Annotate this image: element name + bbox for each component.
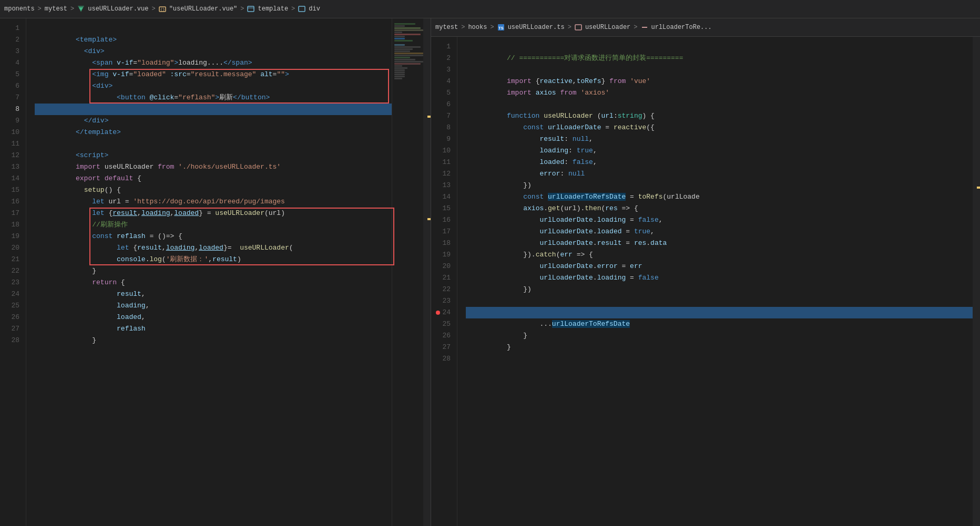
left-scrollbar[interactable] (423, 18, 431, 526)
code-line-10 (35, 127, 431, 138)
right-code-line-19: urlLoaderDate.error = err (466, 249, 980, 261)
code-line-19: let {result,loading,loaded}= useURLLoade… (35, 231, 431, 242)
svg-marker-1 (79, 7, 83, 11)
right-code-line-6: function useURLLoader (url:string) { (466, 99, 980, 110)
right-code-line-18: }).catch(err => { (466, 238, 980, 249)
right-code-line-2 (466, 53, 980, 64)
right-scrollbar[interactable] (973, 37, 980, 526)
code-line-9: </template> (35, 115, 431, 127)
left-code-area[interactable]: 1 2 3 4 5 6 7 8 9 10 11 12 13 14 15 16 1… (0, 18, 431, 526)
breadcrumb-bar-right: mytest > hooks > TS useURLLoader.ts > us… (431, 18, 980, 37)
left-code-content[interactable]: <template> <div> <span v-if="loading">lo… (26, 18, 431, 526)
right-code-line-10: loaded: false, (466, 145, 980, 157)
code-line-1: <template> (35, 23, 431, 34)
var-icon-right (641, 24, 648, 31)
code-line-28 (35, 335, 431, 346)
code-line-5: <div> (35, 69, 431, 80)
right-panel: mytest > hooks > TS useURLLoader.ts > us… (431, 18, 980, 526)
breadcrumb-hooks[interactable]: hooks (468, 24, 487, 31)
breadcrumb-div[interactable]: div (309, 5, 320, 13)
svg-rect-9 (575, 25, 581, 30)
right-code-line-13: const urlLoaderToRefsDate = toRefs(urlLo… (466, 180, 980, 191)
breadcrumb-use-urlloader[interactable]: useURLLoader (585, 24, 630, 31)
red-dot-line24 (436, 311, 440, 315)
left-line-numbers: 1 2 3 4 5 6 7 8 9 10 11 12 13 14 15 16 1… (0, 18, 26, 526)
right-code-line-26: } (466, 330, 980, 342)
svg-text:{}: {} (160, 7, 165, 12)
code-line-24: loading, (35, 288, 431, 300)
left-panel: 1 2 3 4 5 6 7 8 9 10 11 12 13 14 15 16 1… (0, 18, 431, 526)
sep4: > (240, 5, 244, 13)
sep-r3: > (568, 24, 571, 31)
right-code-content[interactable]: // ===========对请求函数进行简单的封装========= impo… (457, 37, 980, 526)
sep1: > (38, 5, 42, 13)
right-code-area[interactable]: 1 2 3 4 5 6 7 8 9 10 11 12 13 14 15 16 1… (431, 37, 980, 526)
sep5: > (291, 5, 295, 13)
right-code-line-23: return { (466, 295, 980, 307)
vue-icon (77, 5, 85, 13)
breadcrumb-bar-left: mponents > mytest > useURLLoader.vue > {… (0, 0, 980, 18)
sep-r4: > (634, 24, 637, 31)
svg-rect-4 (248, 6, 254, 12)
right-code-line-28 (466, 353, 980, 365)
code-line-27: } (35, 323, 431, 335)
code-line-15: let url = 'https://dog.ceo/api/breed/pug… (35, 184, 431, 196)
breadcrumb-template[interactable]: template (258, 5, 288, 13)
right-code-line-12: }) (466, 168, 980, 180)
code-line-23: result, (35, 277, 431, 288)
breadcrumb-mytest-left[interactable]: mytest (45, 5, 67, 13)
right-code-line-27 (466, 342, 980, 353)
code-line-8: </div> (35, 104, 431, 115)
breadcrumb-urlloader-refs[interactable]: urlLoaderToRe... (651, 24, 712, 31)
right-line-numbers: 1 2 3 4 5 6 7 8 9 10 11 12 13 14 15 16 1… (431, 37, 457, 526)
right-code-line-3: import {reactive,toRefs} from 'vue' (466, 64, 980, 76)
code-line-6: <button @click="reflash">刷新</button> (35, 80, 431, 92)
code-line-7: </div> (35, 92, 431, 104)
right-code-line-25: } (466, 318, 980, 330)
sep-r2: > (490, 24, 494, 31)
right-code-line-21: }) (466, 272, 980, 284)
code-line-17: //刷新操作 (35, 208, 431, 219)
right-code-line-7: const urlLoaderDate = reactive({ (466, 110, 980, 122)
svg-text:TS: TS (498, 26, 504, 30)
code-line-2: <div> (35, 34, 431, 46)
code-line-14: setup() { (35, 173, 431, 184)
breadcrumb-vue-file[interactable]: useURLLoader.vue (88, 5, 148, 13)
main-container: 1 2 3 4 5 6 7 8 9 10 11 12 13 14 15 16 1… (0, 18, 980, 526)
right-code-line-9: loading: true, (466, 133, 980, 145)
func-icon-right (575, 24, 582, 31)
right-code-line-16: urlLoaderDate.loaded = true, (466, 214, 980, 226)
sep-r1: > (461, 24, 465, 31)
breadcrumb-ts-file[interactable]: useURLLoader.ts (508, 24, 565, 31)
right-code-line-14: axios.get(url).then(res => { (466, 191, 980, 203)
template-icon (247, 5, 254, 13)
right-code-line-17: urlLoaderDate.result = res.data (466, 226, 980, 238)
sep2: > (70, 5, 74, 13)
code-line-3: <span v-if="loading">loading....</span> (35, 46, 431, 57)
code-line-20: console.log('刷新数据：',result) (35, 242, 431, 254)
code-line-26: reflash (35, 312, 431, 323)
code-line-18: const reflash = ()=> { (35, 219, 431, 231)
right-code-line-20: urlLoaderDate.loading = false (466, 261, 980, 272)
code-line-21: } (35, 254, 431, 265)
right-code-line-15: urlLoaderDate.loading = false, (466, 203, 980, 214)
right-code-line-1: // ===========对请求函数进行简单的封装========= (466, 41, 980, 53)
breadcrumb-components[interactable]: mponents (4, 5, 35, 13)
code-line-11: <script> (35, 138, 431, 150)
right-code-line-11: error: null (466, 157, 980, 168)
obj-icon: {} (159, 5, 166, 13)
code-line-16: let {result,loading,loaded} = useULRLoad… (35, 196, 431, 208)
breadcrumb-obj[interactable]: "useURLLoader.vue" (169, 5, 238, 13)
right-code-line-5 (466, 87, 980, 99)
right-code-line-22 (466, 284, 980, 295)
code-line-22: return { (35, 265, 431, 277)
breadcrumb-mytest-right[interactable]: mytest (435, 24, 458, 31)
svg-rect-6 (299, 6, 305, 12)
code-line-25: loaded, (35, 300, 431, 312)
right-code-line-24: ...urlLoaderToRefsDate (466, 307, 980, 318)
sep3: > (151, 5, 155, 13)
code-line-12: import useULRLoader from './hooks/useURL… (35, 150, 431, 161)
right-code-line-4: import axios from 'axios' (466, 76, 980, 87)
ts-icon: TS (497, 24, 505, 31)
code-line-13: export default { (35, 161, 431, 173)
